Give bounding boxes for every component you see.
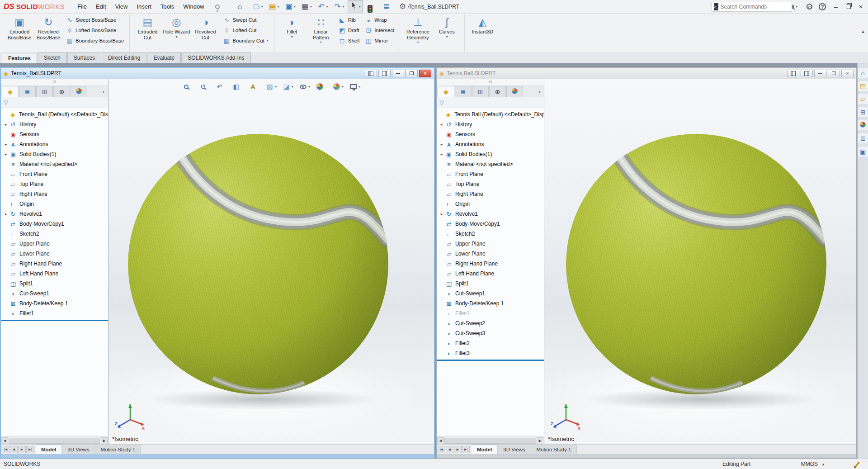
tree-horizontal-scrollbar[interactable]: ◀ ▶ xyxy=(1,436,108,444)
expand-arrow-icon[interactable]: ▸ xyxy=(3,142,9,147)
tab-nav-button[interactable]: ▶ xyxy=(454,446,462,453)
view-tool-button[interactable]: A ▾ xyxy=(247,81,262,92)
document-tab[interactable]: Model xyxy=(472,445,498,454)
tree-item[interactable]: ▸ ∟ Origin xyxy=(437,199,544,209)
search-commands-box[interactable]: >_ ▾ xyxy=(712,2,792,12)
ribbon-button[interactable]: ∫ Curves ▾ xyxy=(433,15,461,45)
ribbon-button[interactable]: ◻ Shell xyxy=(337,36,362,45)
tree-item[interactable]: ▸ ∟ Origin xyxy=(1,199,108,209)
tree-item[interactable]: ▸ ▣ Solid Bodies(1) xyxy=(437,149,544,159)
dropdown-caret-icon[interactable]: ▾ xyxy=(417,40,419,44)
dropdown-caret-icon[interactable]: ▾ xyxy=(278,5,279,9)
dropdown-caret-icon[interactable]: ▾ xyxy=(359,85,360,89)
tree-root-item[interactable]: ◆ Tennis Ball (Default) <<Default>_Displ… xyxy=(437,109,544,119)
ribbon-button[interactable]: ◑ Revolved Cut ▾ xyxy=(191,15,219,45)
minimize-button[interactable]: – xyxy=(832,3,840,10)
manager-tab[interactable]: ◆ xyxy=(2,86,19,97)
manager-tab[interactable]: ≣ xyxy=(19,86,36,97)
tree-item[interactable]: ▸ ◉ Sensors xyxy=(1,129,108,139)
tree-item[interactable]: ▸ ◖ Cut-Sweep3 xyxy=(437,328,544,338)
manager-tab[interactable] xyxy=(506,86,523,97)
tree-item[interactable]: ▸ ◗ Fillet3 xyxy=(437,348,544,358)
document-tab[interactable]: 3D Views xyxy=(498,445,531,454)
view-tool-button[interactable]: ▾ xyxy=(347,82,363,91)
tab-nav-button[interactable]: ◀ xyxy=(10,446,18,453)
tree-item[interactable]: ▸ ▱ Right Hand Plane xyxy=(437,259,544,269)
ribbon-button[interactable]: ◣ Rib xyxy=(337,15,362,24)
view-tool-button[interactable]: ▧ ▾ xyxy=(264,81,279,92)
dropdown-caret-icon[interactable]: ▾ xyxy=(343,5,344,9)
restore-button[interactable] xyxy=(846,5,851,9)
command-tab[interactable]: Surfaces xyxy=(67,52,101,63)
tree-horizontal-scrollbar[interactable]: ◀ ▶ xyxy=(437,436,544,444)
tree-item[interactable]: ▸ ▱ Right Plane xyxy=(1,189,108,199)
quick-access-button[interactable]: ↶ ▾ xyxy=(315,1,330,13)
tree-item[interactable]: ▸ ▱ Left Hand Plane xyxy=(437,269,544,279)
scroll-left-icon[interactable]: ◀ xyxy=(437,437,444,444)
tile-left-icon[interactable] xyxy=(365,70,377,77)
expand-arrow-icon[interactable]: ▸ xyxy=(439,152,445,156)
tennis-ball-model[interactable] xyxy=(566,134,826,394)
search-dropdown-caret-icon[interactable]: ▾ xyxy=(796,5,797,9)
tile-right-icon[interactable] xyxy=(378,70,391,77)
quick-access-button[interactable]: ≣ ▾ xyxy=(380,1,396,13)
window-titlebar[interactable]: ◆ Tennis_Ball.SLDPRT × xyxy=(1,68,434,79)
graphics-viewport[interactable]: Y X Z *Isometric xyxy=(544,79,856,444)
command-tab[interactable]: Direct Editing xyxy=(102,52,146,63)
dropdown-caret-icon[interactable]: ▾ xyxy=(320,40,322,44)
filter-funnel-icon[interactable]: ▽ xyxy=(439,99,444,106)
rollback-bar[interactable] xyxy=(1,320,108,321)
menu-item[interactable]: Tools xyxy=(156,1,179,12)
search-icon[interactable] xyxy=(792,5,794,9)
window-close-button[interactable]: × xyxy=(419,70,431,77)
tab-nav-button[interactable]: |◀ xyxy=(438,446,445,453)
quick-access-button[interactable]: ↷ ▾ xyxy=(331,1,347,13)
quick-access-button[interactable]: ▦ ▾ xyxy=(299,1,314,13)
dropdown-caret-icon[interactable]: ▾ xyxy=(275,85,277,89)
manager-tabs-expand-icon[interactable]: › xyxy=(100,86,107,97)
menu-item[interactable]: Window xyxy=(179,1,208,12)
dropdown-caret-icon[interactable]: ▾ xyxy=(175,35,177,39)
ribbon-button[interactable]: ◗ Fillet ▾ xyxy=(278,15,306,45)
ribbon-button[interactable]: ▣ Extruded Boss/Base ▾ xyxy=(5,15,33,45)
expand-arrow-icon[interactable]: ▸ xyxy=(3,122,9,127)
splitter-dot-icon[interactable] xyxy=(489,81,492,83)
tree-item[interactable]: ▸ ⌐ Sketch2 xyxy=(1,229,108,239)
tree-item[interactable]: ▸ ⊠ Body-Delete/Keep 1 xyxy=(437,298,544,308)
tree-item[interactable]: ▸ ≡ Material <not specified> xyxy=(1,159,108,169)
quick-access-button[interactable]: ▤ ▾ xyxy=(266,1,282,13)
document-tab[interactable]: Motion Study 1 xyxy=(95,445,142,454)
document-tab[interactable]: Motion Study 1 xyxy=(531,445,577,454)
tree-item[interactable]: ▸ ▱ Front Plane xyxy=(1,169,108,179)
dropdown-caret-icon[interactable]: ▾ xyxy=(261,5,263,9)
menu-item[interactable]: File xyxy=(73,1,91,12)
tree-item[interactable]: ▸ ≡ Material <not specified> xyxy=(437,159,544,169)
menu-item[interactable]: View xyxy=(111,1,132,12)
tree-item[interactable]: ▸ ↺ History xyxy=(437,119,544,129)
ribbon-button[interactable]: ⊥ Reference Geometry ▾ xyxy=(404,15,432,45)
pin-icon[interactable] xyxy=(215,5,220,9)
scroll-right-icon[interactable]: ▶ xyxy=(101,437,108,444)
rollback-bar[interactable] xyxy=(437,360,544,361)
tree-item[interactable]: ▸ ▱ Front Plane xyxy=(437,169,544,179)
dropdown-caret-icon[interactable]: ▾ xyxy=(308,85,310,89)
dropdown-caret-icon[interactable]: ▾ xyxy=(310,5,312,9)
tree-item[interactable]: ▸ ▱ Top Plane xyxy=(1,179,108,189)
tree-item[interactable]: ▸ ▱ Lower Plane xyxy=(437,249,544,259)
scrollbar-thumb[interactable] xyxy=(9,438,100,444)
document-tab[interactable]: 3D Views xyxy=(62,445,95,454)
dropdown-caret-icon[interactable]: ▾ xyxy=(446,35,448,39)
task-pane-button[interactable]: ▣ xyxy=(858,147,868,156)
tree-item[interactable]: ▸ ◫ Split1 xyxy=(1,279,108,289)
tree-item[interactable]: ▸ ⇄ Body-Move/Copy1 xyxy=(1,219,108,229)
manager-tabs-expand-icon[interactable]: › xyxy=(536,86,543,97)
tree-item[interactable]: ▸ ▱ Top Plane xyxy=(437,179,544,189)
ribbon-button[interactable]: ▤ Extruded Cut ▾ xyxy=(133,15,161,45)
tile-right-icon[interactable] xyxy=(801,70,813,77)
ribbon-button[interactable]: ▦ Boundary Boss/Base xyxy=(64,36,126,45)
ribbon-button[interactable]: ⊡ Intersect xyxy=(363,25,396,35)
command-tab[interactable]: Sketch xyxy=(38,52,67,63)
quick-access-button[interactable]: ▾ xyxy=(364,0,379,14)
expand-arrow-icon[interactable]: ▸ xyxy=(439,142,445,147)
ribbon-button[interactable]: ∿ Swept Boss/Base xyxy=(64,15,126,24)
